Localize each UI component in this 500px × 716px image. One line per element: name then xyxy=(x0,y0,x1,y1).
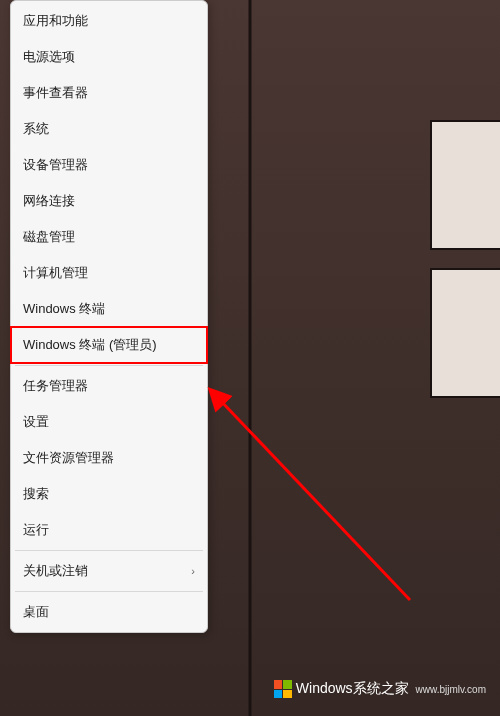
menu-item-label: 文件资源管理器 xyxy=(23,449,114,467)
menu-item-power-options[interactable]: 电源选项 xyxy=(11,39,207,75)
watermark-main-text: Windows系统之家 xyxy=(296,680,409,698)
menu-item-network-connections[interactable]: 网络连接 xyxy=(11,183,207,219)
menu-divider xyxy=(15,365,203,366)
menu-item-file-explorer[interactable]: 文件资源管理器 xyxy=(11,440,207,476)
winx-context-menu: 应用和功能电源选项事件查看器系统设备管理器网络连接磁盘管理计算机管理Window… xyxy=(10,0,208,633)
menu-item-label: 设备管理器 xyxy=(23,156,88,174)
menu-item-label: 搜索 xyxy=(23,485,49,503)
windows-logo-icon xyxy=(274,680,292,698)
menu-item-label: 运行 xyxy=(23,521,49,539)
menu-item-shutdown-signout[interactable]: 关机或注销› xyxy=(11,553,207,589)
menu-item-windows-terminal[interactable]: Windows 终端 xyxy=(11,291,207,327)
menu-item-task-manager[interactable]: 任务管理器 xyxy=(11,368,207,404)
menu-item-run[interactable]: 运行 xyxy=(11,512,207,548)
watermark-sub-text: www.bjjmlv.com xyxy=(416,684,486,695)
menu-item-event-viewer[interactable]: 事件查看器 xyxy=(11,75,207,111)
menu-item-label: 设置 xyxy=(23,413,49,431)
menu-item-windows-terminal-admin[interactable]: Windows 终端 (管理员) xyxy=(11,327,207,363)
windows-logo-wallpaper xyxy=(410,120,500,400)
menu-item-label: 任务管理器 xyxy=(23,377,88,395)
menu-item-disk-management[interactable]: 磁盘管理 xyxy=(11,219,207,255)
menu-item-label: 事件查看器 xyxy=(23,84,88,102)
menu-item-label: Windows 终端 (管理员) xyxy=(23,336,157,354)
menu-item-search[interactable]: 搜索 xyxy=(11,476,207,512)
menu-divider xyxy=(15,591,203,592)
menu-item-label: 应用和功能 xyxy=(23,12,88,30)
chevron-right-icon: › xyxy=(191,565,195,577)
menu-item-label: 电源选项 xyxy=(23,48,75,66)
menu-item-device-manager[interactable]: 设备管理器 xyxy=(11,147,207,183)
menu-item-label: 关机或注销 xyxy=(23,562,88,580)
menu-item-apps-and-features[interactable]: 应用和功能 xyxy=(11,3,207,39)
menu-item-label: 系统 xyxy=(23,120,49,138)
menu-item-settings[interactable]: 设置 xyxy=(11,404,207,440)
menu-item-label: 磁盘管理 xyxy=(23,228,75,246)
menu-item-label: 计算机管理 xyxy=(23,264,88,282)
watermark: Windows系统之家 www.bjjmlv.com xyxy=(274,680,486,698)
menu-item-desktop[interactable]: 桌面 xyxy=(11,594,207,630)
menu-item-computer-management[interactable]: 计算机管理 xyxy=(11,255,207,291)
menu-item-system[interactable]: 系统 xyxy=(11,111,207,147)
menu-divider xyxy=(15,550,203,551)
menu-item-label: 桌面 xyxy=(23,603,49,621)
menu-item-label: Windows 终端 xyxy=(23,300,105,318)
menu-item-label: 网络连接 xyxy=(23,192,75,210)
